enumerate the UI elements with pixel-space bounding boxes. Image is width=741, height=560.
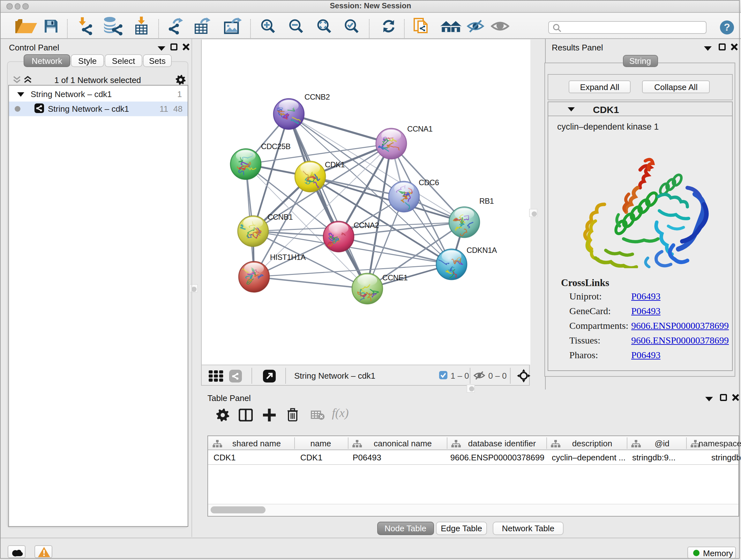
svg-text:HIST1H1A: HIST1H1A (270, 253, 306, 261)
svg-text:CCNA2: CCNA2 (354, 221, 379, 229)
svg-text:CDKN1A: CDKN1A (467, 246, 497, 254)
svg-text:RB1: RB1 (479, 196, 494, 205)
svg-text:CCNA1: CCNA1 (407, 124, 432, 133)
svg-text:CCNB1: CCNB1 (267, 212, 293, 221)
svg-text:CDK1: CDK1 (325, 160, 345, 169)
svg-text:CCNE1: CCNE1 (382, 273, 408, 282)
svg-text:CCNB2: CCNB2 (305, 92, 330, 101)
svg-text:CDC25B: CDC25B (261, 142, 290, 150)
svg-text:CDC6: CDC6 (419, 178, 439, 186)
